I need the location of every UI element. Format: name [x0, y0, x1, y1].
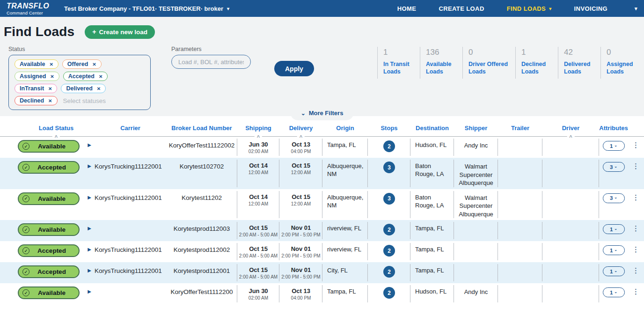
chip-close-icon[interactable]: ✕ [92, 62, 96, 67]
create-new-load-button[interactable]: + Create new load [85, 25, 155, 39]
status-chips-box[interactable]: Available ✕ Offered ✕ Assigned ✕ Accepte… [8, 55, 151, 110]
broker-load-number-cell: Korytest102702 [180, 163, 224, 170]
attributes-dropdown[interactable]: 3 ⌄ [603, 162, 625, 172]
company-selector[interactable]: Test Broker Company - TFLO01· TESTBROKER… [64, 5, 229, 12]
status-chip-label: InTransit [20, 85, 44, 92]
column-label: Destination [416, 125, 449, 132]
nav-more-menu-caret-icon[interactable]: ▾ [635, 6, 637, 12]
column-header-attributes[interactable]: Attributes [599, 123, 628, 136]
chip-close-icon[interactable]: ✕ [50, 74, 54, 79]
stat-label[interactable]: Driver Offered Loads [468, 60, 512, 76]
status-chip[interactable]: Delivered ✕ [61, 84, 106, 93]
row-menu-icon[interactable]: ⋮ [632, 193, 640, 202]
status-chip[interactable]: Declined ✕ [15, 96, 58, 105]
stat-label[interactable]: Declined Loads [521, 60, 554, 76]
nav-item-home[interactable]: HOME [397, 5, 417, 12]
table-header: Load Status ^ Carrier Broker Load Number… [0, 123, 644, 137]
column-header-destination[interactable]: Destination [410, 123, 454, 136]
load-status-badge[interactable]: ✓ Available [18, 192, 80, 205]
delivery-date: Oct 15 [292, 162, 310, 169]
stops-badge[interactable]: 2 [383, 224, 395, 235]
column-header-driver[interactable]: Driver ^ [542, 123, 599, 136]
expand-row-icon[interactable]: ▶ [88, 247, 91, 252]
load-status-label: Accepted [29, 164, 74, 171]
chip-close-icon[interactable]: ✕ [49, 62, 53, 67]
status-chip[interactable]: Available ✕ [15, 59, 59, 69]
attributes-dropdown[interactable]: 1 ⌄ [603, 287, 625, 297]
stat-label[interactable]: Available Loads [426, 60, 459, 76]
stat-label[interactable]: In Transit Loads [383, 60, 416, 76]
delivery-cell: Nov 01 2:00 PM - 5:00 PM [279, 241, 322, 262]
delivery-time: 2:00 PM - 5:00 PM [281, 232, 320, 237]
row-menu-icon[interactable]: ⋮ [632, 266, 640, 275]
stops-badge[interactable]: 2 [383, 245, 395, 257]
column-header-stops[interactable]: Stops [368, 123, 410, 136]
brand-name: TRANSFLO [7, 2, 49, 10]
chip-close-icon[interactable]: ✕ [99, 74, 102, 79]
expand-row-icon[interactable]: ▶ [88, 163, 91, 169]
row-menu-icon[interactable]: ⋮ [632, 287, 640, 296]
column-header-trailer[interactable]: Trailer [498, 123, 542, 136]
row-menu-icon[interactable]: ⋮ [632, 245, 640, 254]
chip-close-icon[interactable]: ✕ [97, 86, 101, 91]
status-chip[interactable]: Offered ✕ [62, 59, 102, 69]
row-menu-icon[interactable]: ⋮ [632, 224, 640, 233]
stops-badge[interactable]: 2 [383, 140, 395, 152]
column-header-load-status[interactable]: Load Status ^ [18, 123, 95, 136]
status-chip[interactable]: InTransit ✕ [15, 84, 57, 93]
row-menu-icon[interactable]: ⋮ [632, 141, 640, 149]
column-label: Driver [562, 125, 580, 132]
column-header-delivery[interactable]: Delivery ^ [279, 123, 322, 136]
more-filters-label: More Filters [309, 110, 344, 117]
nav-item-create-load[interactable]: CREATE LOAD [439, 5, 484, 12]
stops-badge[interactable]: 2 [383, 287, 395, 299]
column-header-broker-load-number[interactable]: Broker Load Number [166, 123, 237, 136]
load-status-badge[interactable]: ✓ Available [18, 140, 80, 153]
nav-find-loads-label: FIND LOADS [507, 5, 546, 12]
expand-row-icon[interactable]: ▶ [88, 195, 91, 200]
nav-item-invoicing[interactable]: INVOICING [574, 5, 608, 12]
check-circle-icon: ✓ [22, 164, 29, 171]
delivery-cell: Nov 01 2:00 PM - 5:00 PM [279, 220, 322, 241]
attributes-dropdown[interactable]: 1 ⌄ [603, 224, 625, 234]
stops-badge[interactable]: 2 [383, 266, 395, 278]
load-status-badge[interactable]: ✓ Accepted [18, 265, 80, 278]
expand-row-icon[interactable]: ▶ [88, 268, 91, 273]
stops-badge[interactable]: 3 [383, 162, 395, 173]
expand-row-icon[interactable]: ▶ [88, 289, 91, 294]
load-stat: 0 Driver Offered Loads [462, 47, 515, 79]
stat-label[interactable]: Assigned Loads [607, 60, 639, 76]
column-label: Origin [336, 125, 354, 132]
load-status-badge[interactable]: ✓ Available [18, 287, 80, 299]
attributes-dropdown[interactable]: 3 ⌄ [603, 193, 625, 203]
column-header-shipping[interactable]: Shipping ^ [237, 123, 279, 136]
delivery-date: Oct 15 [292, 193, 310, 200]
expand-row-icon[interactable]: ▶ [88, 226, 91, 231]
load-status-badge[interactable]: ✓ Accepted [18, 161, 80, 174]
column-header-origin[interactable]: Origin [322, 123, 368, 136]
load-stat: 0 Assigned Loads [600, 47, 643, 79]
origin-cell: City, FL [327, 267, 348, 275]
column-header-carrier[interactable]: Carrier [95, 123, 166, 136]
attributes-dropdown[interactable]: 1 ⌄ [603, 141, 625, 151]
attributes-dropdown[interactable]: 1 ⌄ [603, 245, 625, 255]
attributes-dropdown[interactable]: 1 ⌄ [603, 266, 625, 276]
status-chip[interactable]: Accepted ✕ [63, 72, 108, 81]
parameters-input[interactable] [171, 55, 251, 69]
chip-close-icon[interactable]: ✕ [48, 98, 52, 103]
row-menu-icon[interactable]: ⋮ [632, 162, 640, 170]
load-status-badge[interactable]: ✓ Accepted [18, 244, 80, 257]
apply-button[interactable]: Apply [274, 61, 314, 76]
stops-badge[interactable]: 3 [383, 193, 395, 205]
nav-item-find-loads[interactable]: FIND LOADS ▾ [507, 5, 552, 12]
more-filters-toggle[interactable]: ⌄ More Filters [291, 109, 354, 120]
column-header-shipper[interactable]: Shipper [454, 123, 498, 136]
load-status-badge[interactable]: ✓ Available [18, 223, 80, 236]
status-chip[interactable]: Assigned ✕ [15, 72, 59, 81]
stat-label[interactable]: Delivered Loads [564, 60, 597, 76]
chip-close-icon[interactable]: ✕ [48, 86, 52, 91]
expand-row-icon[interactable]: ▶ [88, 142, 91, 147]
shipping-cell: Oct 15 2:00 AM - 5:00 AM [237, 220, 279, 241]
shipping-date: Jun 30 [249, 141, 268, 148]
column-label: Trailer [511, 125, 529, 132]
